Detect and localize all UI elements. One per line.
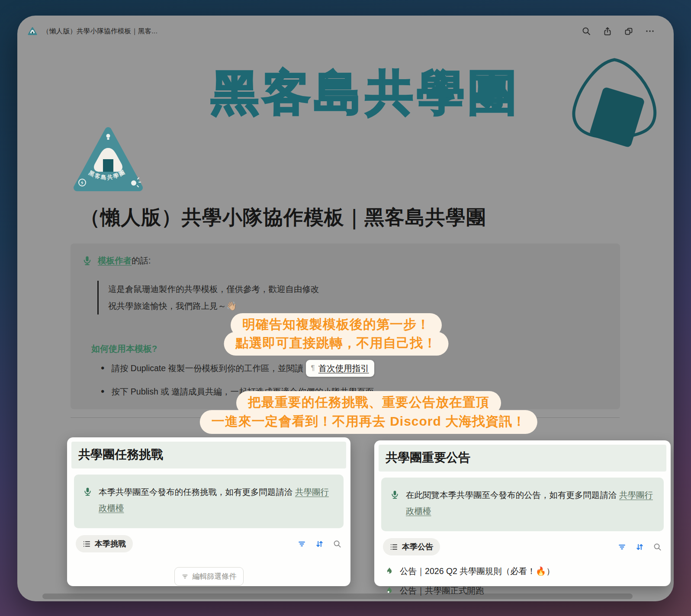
view-tab-label: 本季挑戰	[95, 539, 126, 549]
filter-icon[interactable]	[297, 539, 306, 549]
edit-filter-label: 編輯篩選條件	[193, 571, 237, 581]
first-use-guide-link[interactable]: ¶ 首次使用指引	[306, 360, 374, 377]
app-window: （懶人版）共學小隊協作模板｜黑客... 黑客島共學團	[17, 16, 674, 601]
callout-body: 本季共學團至今發布的任務挑戰，如有更多問題請洽	[99, 487, 295, 497]
filter-icon[interactable]	[617, 542, 627, 552]
view-tab-label: 本季公告	[402, 542, 433, 552]
announcements-card-title: 共學團重要公告	[379, 445, 666, 472]
tasks-card-callout: 本季共學團至今發布的任務挑戰，如有更多問題請洽 共學團行政櫃檯	[74, 475, 344, 528]
tasks-card: 共學團任務挑戰 本季共學團至今發布的任務挑戰，如有更多問題請洽 共學團行政櫃檯 …	[67, 437, 350, 586]
quote-line: 這是倉鼠珊迪製作的共學模板，僅供參考，歡迎自由修改	[108, 281, 319, 298]
bullet-text: 請按 Duplicate 複製一份模板到你的工作區，並閱讀	[111, 363, 303, 374]
howto-heading: 如何使用本模板?	[91, 343, 157, 355]
search-icon[interactable]	[653, 542, 662, 552]
announcements-card-callout: 在此閱覽本季共學團至今發布的公告，如有更多問題請洽 共學團行政櫃檯	[381, 478, 664, 531]
edit-filter-button[interactable]: 編輯篩選條件	[174, 567, 244, 586]
announcement-row[interactable]: 公告｜共學團正式開跑	[384, 581, 661, 600]
duplicate-icon[interactable]	[624, 26, 633, 36]
announcements-card: 共學團重要公告 在此閱覽本季共學團至今發布的公告，如有更多問題請洽 共學團行政櫃…	[374, 440, 671, 586]
announcement-list: 公告｜2026 Q2 共學團規則（必看！🔥） 公告｜共學團正式開跑	[384, 561, 661, 600]
callout-text: 在此閱覽本季共學團至今發布的公告，如有更多問題請洽 共學團行政櫃檯	[406, 487, 655, 519]
list-view-icon	[390, 543, 398, 551]
microphone-icon	[82, 255, 93, 266]
team-logo: 黑客島共學團	[72, 125, 145, 194]
announcement-title: 公告｜共學團正式開跑	[400, 585, 484, 597]
more-icon[interactable]	[645, 26, 655, 36]
search-icon[interactable]	[333, 539, 342, 549]
list-item: 請按 Duplicate 複製一份模板到你的工作區，並閱讀 ¶ 首次使用指引	[91, 359, 602, 377]
app-logo-icon	[28, 26, 37, 36]
search-icon[interactable]	[582, 26, 591, 36]
announcement-title: 公告｜2026 Q2 共學團規則（必看！🔥）	[400, 565, 555, 577]
window-title: （懶人版）共學小隊協作模板｜黑客...	[42, 27, 157, 36]
microphone-icon	[390, 490, 400, 500]
callout-body: 在此閱覽本季共學團至今發布的公告，如有更多問題請洽	[406, 490, 619, 500]
callout-text: 本季共學團至今發布的任務挑戰，如有更多問題請洽 共學團行政櫃檯	[99, 484, 335, 516]
quote-line: 祝共學旅途愉快，我們路上見～👋🏼	[108, 298, 319, 314]
annotation-bubble: 點選即可直接跳轉，不用自己找！	[224, 332, 449, 356]
annotation-bubble: 一進來一定會看到！不用再去 Discord 大海找資訊！	[200, 410, 537, 434]
author-quote: 這是倉鼠珊迪製作的共學模板，僅供參考，歡迎自由修改 祝共學旅途愉快，我們路上見～…	[97, 281, 319, 314]
announcement-row[interactable]: 公告｜2026 Q2 共學團規則（必看！🔥）	[384, 561, 661, 581]
list-view-icon	[83, 540, 91, 548]
pilcrow-icon: ¶	[311, 364, 315, 372]
microphone-icon	[83, 487, 93, 497]
author-suffix: 的話:	[132, 256, 151, 265]
banner-title: 黑客島共學團	[149, 67, 582, 118]
titlebar: （懶人版）共學小隊協作模板｜黑客...	[28, 22, 655, 41]
page-title: （懶人版）共學小隊協作模板｜黑客島共學團	[80, 204, 634, 231]
onigiri-illustration	[554, 53, 672, 159]
view-tab-challenges[interactable]: 本季挑戰	[76, 535, 133, 552]
flame-icon	[385, 567, 394, 576]
sort-icon[interactable]	[635, 542, 644, 552]
author-link[interactable]: 模板作者	[98, 256, 132, 265]
flame-icon	[385, 586, 394, 596]
view-tab-announcements[interactable]: 本季公告	[383, 538, 440, 555]
author-line: 模板作者的話:	[98, 255, 151, 266]
share-icon[interactable]	[603, 26, 612, 36]
sort-icon[interactable]	[315, 539, 324, 549]
filter-icon	[181, 573, 189, 580]
tasks-card-title: 共學團任務挑戰	[71, 442, 346, 468]
